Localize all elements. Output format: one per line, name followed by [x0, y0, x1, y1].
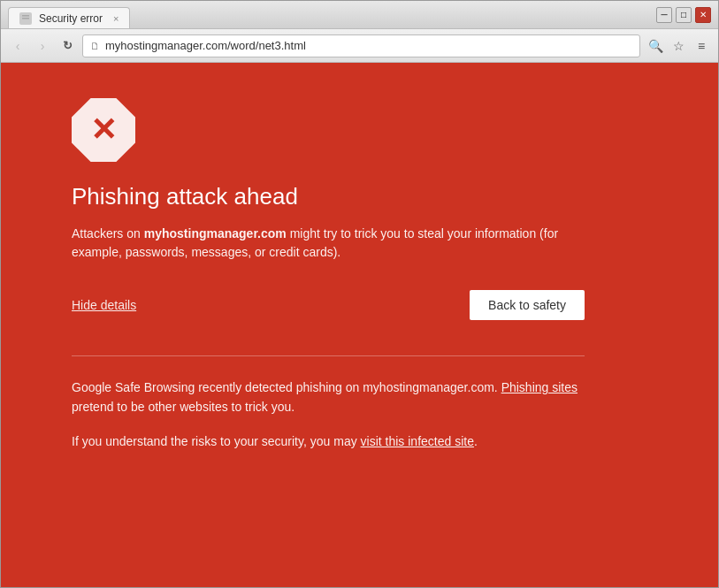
nav-actions: 🔍 ☆ ≡ — [646, 36, 711, 56]
refresh-icon: ↻ — [63, 39, 73, 52]
detail2-prefix: If you understand the risks to your secu… — [72, 434, 361, 448]
svg-rect-1 — [22, 15, 29, 17]
title-bar: Security error × ─ □ ✕ — [1, 1, 718, 29]
tab-close-button[interactable]: × — [113, 13, 119, 24]
tab-favicon — [19, 12, 32, 25]
close-button[interactable]: ✕ — [695, 7, 711, 23]
search-icon[interactable]: 🔍 — [646, 36, 665, 56]
error-octagon-icon: ✕ — [72, 98, 135, 162]
tab-title: Security error — [39, 12, 103, 25]
bookmark-star-icon[interactable]: ☆ — [669, 36, 688, 56]
detail1-prefix: Google Safe Browsing recently detected p… — [72, 380, 501, 394]
menu-icon[interactable]: ≡ — [692, 36, 711, 56]
action-row: Hide details Back to safety — [72, 290, 585, 320]
svg-rect-2 — [22, 18, 29, 19]
url-text: myhostingmanager.com/word/net3.html — [105, 39, 632, 52]
hide-details-link[interactable]: Hide details — [72, 298, 136, 312]
detail1-suffix: pretend to be other websites to trick yo… — [72, 400, 294, 414]
browser-tab[interactable]: Security error × — [8, 7, 130, 28]
maximize-button[interactable]: □ — [676, 7, 692, 23]
minimize-button[interactable]: ─ — [656, 7, 672, 23]
address-bar[interactable]: 🗋 myhostingmanager.com/word/net3.html — [82, 34, 640, 57]
page-content: ✕ Phishing attack ahead Attackers on myh… — [1, 63, 718, 587]
back-to-safety-button[interactable]: Back to safety — [470, 290, 585, 320]
detail2-suffix: . — [474, 434, 478, 448]
detail-text-2: If you understand the risks to your secu… — [72, 431, 585, 451]
x-mark-icon: ✕ — [90, 114, 117, 146]
error-description: Attackers on myhostingmanager.com might … — [72, 225, 585, 262]
description-domain: myhostingmanager.com — [144, 226, 287, 241]
back-button[interactable]: ‹ — [8, 36, 27, 56]
window-controls: ─ □ ✕ — [656, 7, 711, 23]
error-title: Phishing attack ahead — [72, 183, 647, 210]
description-prefix: Attackers on — [72, 226, 144, 241]
tab-area: Security error × — [8, 1, 656, 28]
phishing-sites-link[interactable]: Phishing sites — [501, 380, 577, 394]
detail-text-1: Google Safe Browsing recently detected p… — [72, 378, 585, 417]
browser-window: Security error × ─ □ ✕ ‹ › ↻ 🗋 myhosting… — [0, 0, 719, 588]
page-icon: 🗋 — [90, 41, 100, 51]
nav-bar: ‹ › ↻ 🗋 myhostingmanager.com/word/net3.h… — [1, 29, 718, 63]
forward-button[interactable]: › — [33, 36, 52, 56]
error-icon-container: ✕ — [72, 98, 647, 162]
back-icon: ‹ — [16, 39, 20, 53]
forward-icon: › — [41, 39, 45, 53]
divider — [72, 355, 585, 356]
refresh-button[interactable]: ↻ — [57, 36, 77, 56]
visit-infected-site-link[interactable]: visit this infected site — [361, 434, 474, 448]
